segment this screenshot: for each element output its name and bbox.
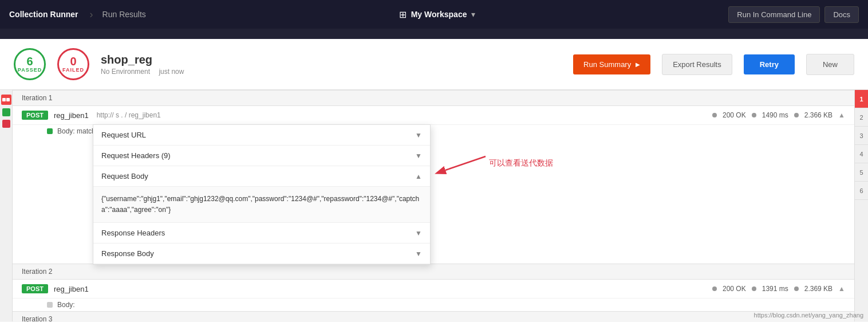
time-dot [752, 286, 756, 291]
chevron-up-icon: ▲ [415, 172, 422, 180]
chevron-down-icon: ▼ [415, 131, 422, 139]
chevron-down-icon: ▾ [471, 10, 475, 19]
red-arrow-icon [441, 152, 487, 175]
right-num-1[interactable]: 1 [855, 90, 869, 108]
sub-nav-bar [0, 29, 868, 39]
status-code: 200 OK [723, 285, 746, 293]
passed-circle: 6 PASSED [14, 48, 46, 80]
failed-circle: 0 FAILED [57, 48, 89, 80]
run-info: shop_reg No Environment just now [101, 53, 562, 76]
iteration-3-header: Iteration 3 [13, 311, 854, 321]
right-num-3[interactable]: 3 [855, 127, 869, 145]
run-summary-button[interactable]: Run Summary ▶ [573, 54, 650, 74]
annotation-text: 可以查看送代数据 [489, 158, 553, 168]
response-size: 2.366 KB [804, 111, 833, 119]
dropdown-response-headers[interactable]: Response Headers ▼ [93, 223, 430, 244]
request-name: reg_jiben1 [54, 285, 89, 293]
response-time: 1391 ms [762, 285, 788, 293]
test-result-iter2: Body: [13, 299, 854, 311]
dropdown-request-url[interactable]: Request URL ▼ [93, 125, 430, 146]
export-results-button[interactable]: Export Results [662, 54, 732, 75]
method-badge-post: POST [22, 111, 48, 120]
chevron-down-icon: ▼ [415, 229, 422, 237]
status-code: 200 OK [723, 111, 746, 119]
right-num-2[interactable]: 2 [855, 108, 869, 127]
run-meta: No Environment just now [101, 68, 562, 76]
request-row-iter1[interactable]: POST reg_jiben1 http:// s . / reg_jiben1… [13, 106, 854, 125]
time-dot [752, 113, 756, 117]
failed-count: 0 [70, 56, 76, 67]
response-size: 2.369 KB [804, 285, 833, 293]
right-sidebar: 1 2 3 4 5 6 [854, 90, 868, 321]
request-url: http:// s . / reg_jiben1 [97, 111, 161, 119]
request-detail-dropdown: Request URL ▼ Request Headers (9) ▼ Requ… [93, 124, 431, 265]
iteration-2-header: Iteration 2 [13, 264, 854, 280]
workspace-icon: ⊞ [399, 9, 407, 20]
test-neutral-icon [47, 302, 53, 308]
collection-runner-label: Collection Runner [9, 10, 90, 19]
nav-actions: Run In Command Line Docs [728, 6, 859, 23]
run-summary-arrow-icon: ▶ [636, 61, 640, 68]
method-badge-post: POST [22, 284, 48, 293]
status-dot [712, 286, 717, 291]
request-name: reg_jiben1 [54, 111, 89, 120]
run-in-command-line-button[interactable]: Run In Command Line [728, 6, 820, 23]
watermark: https://blog.csdn.net/yang_yang_zhang [754, 312, 863, 319]
test-pass-icon [47, 128, 53, 134]
nav-arrow-icon: › [90, 9, 93, 21]
new-button[interactable]: New [806, 54, 854, 75]
passed-label: PASSED [18, 67, 42, 73]
test-label: Body: [57, 301, 75, 309]
passed-count: 6 [26, 56, 33, 67]
dropdown-request-headers[interactable]: Request Headers (9) ▼ [93, 146, 430, 166]
sidebar-icon-group [1, 95, 11, 105]
response-time: 1490 ms [762, 111, 788, 119]
right-num-4[interactable]: 4 [855, 145, 869, 163]
request-body-content: {"username":"ghjg1","email":"ghjg1232@qq… [93, 187, 430, 223]
timestamp: just now [159, 68, 184, 76]
top-navigation: Collection Runner › Run Results ⊞ My Wor… [0, 0, 868, 29]
dropdown-response-body[interactable]: Response Body ▼ [93, 244, 430, 264]
expand-icon[interactable]: ▲ [838, 111, 845, 119]
workspace-selector[interactable]: ⊞ My Workspace ▾ [146, 9, 728, 20]
failed-label: FAILED [62, 67, 84, 73]
run-summary-bar: 6 PASSED 0 FAILED shop_reg No Environmen… [0, 39, 868, 90]
docs-button[interactable]: Docs [824, 6, 859, 23]
expand-icon[interactable]: ▲ [838, 285, 845, 293]
svg-line-1 [445, 156, 486, 170]
sidebar-red-icon [2, 120, 10, 128]
workspace-name: My Workspace [411, 10, 467, 19]
size-dot [794, 113, 799, 117]
request-status: 200 OK 1391 ms 2.369 KB ▲ [712, 285, 845, 293]
dropdown-request-body[interactable]: Request Body ▲ [93, 166, 430, 187]
retry-button[interactable]: Retry [744, 54, 795, 74]
left-sidebar [0, 90, 13, 321]
right-num-6[interactable]: 6 [855, 182, 869, 200]
main-content: Iteration 1 POST reg_jiben1 http:// s . … [13, 90, 854, 321]
iteration-1-header: Iteration 1 [13, 90, 854, 106]
annotation-overlay: 可以查看送代数据 [441, 152, 553, 175]
request-status: 200 OK 1490 ms 2.366 KB ▲ [712, 111, 845, 119]
run-name: shop_reg [101, 53, 562, 66]
request-row-iter2[interactable]: POST reg_jiben1 200 OK 1391 ms 2.369 KB … [13, 280, 854, 299]
size-dot [794, 286, 799, 291]
environment-label: No Environment [101, 68, 150, 76]
chevron-down-icon: ▼ [415, 152, 422, 160]
content-area: Iteration 1 POST reg_jiben1 http:// s . … [0, 90, 868, 321]
right-num-5[interactable]: 5 [855, 163, 869, 182]
chevron-down-icon: ▼ [415, 250, 422, 258]
sidebar-green-icon [2, 108, 10, 116]
run-results-label: Run Results [102, 10, 146, 19]
status-dot [712, 113, 717, 117]
